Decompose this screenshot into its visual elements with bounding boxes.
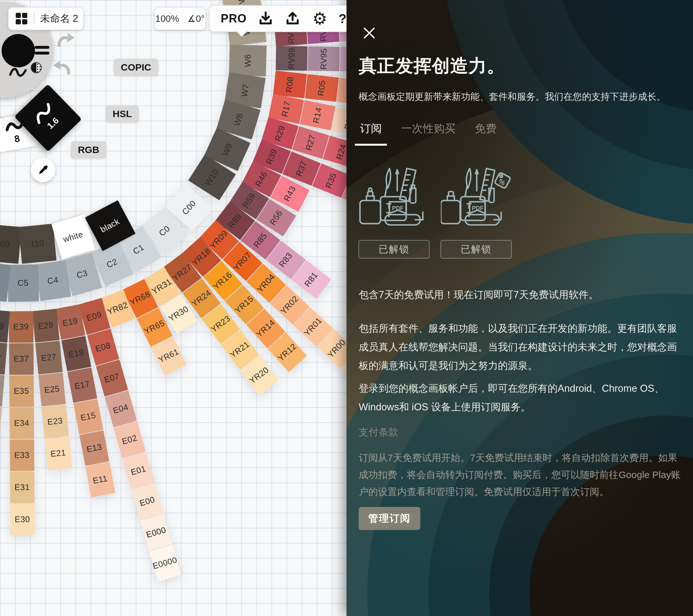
copic-swatch-E0000[interactable]: E0000 xyxy=(149,545,181,582)
copic-swatch-E25[interactable]: E25 xyxy=(39,373,66,406)
copic-swatch-E34[interactable]: E34 xyxy=(9,408,34,439)
copic-swatch-E07[interactable]: E07 xyxy=(96,360,128,397)
settings-gear-icon[interactable]: ⚙ xyxy=(312,10,328,27)
includes-paragraph: 包括所有套件、服务和功能，以及我们正在开发的新功能。更有团队客服成员真人在线帮您… xyxy=(359,319,682,375)
zoom-level[interactable]: 100% xyxy=(155,14,179,24)
copic-swatch-RV99[interactable]: RV99 xyxy=(276,46,308,71)
copic-swatch-E00[interactable]: E00 xyxy=(131,483,163,520)
copic-swatch-R08[interactable]: R08 xyxy=(273,71,307,98)
rotation-angle[interactable]: ∡0° xyxy=(187,13,205,24)
tool-size-label: 8 xyxy=(14,133,21,144)
close-icon[interactable] xyxy=(362,26,377,40)
export-icon[interactable] xyxy=(284,10,301,27)
divider xyxy=(34,12,34,25)
copic-swatch-E37[interactable]: E37 xyxy=(9,343,34,375)
equals-icon[interactable] xyxy=(35,46,50,55)
unlock-card-discount: PDF % 已解锁 xyxy=(441,163,511,259)
payment-terms-heading: 支付条款 xyxy=(359,425,398,439)
copic-swatch-E13[interactable]: E13 xyxy=(80,431,110,466)
zoom-toolbar[interactable]: 100% ∡0° xyxy=(154,7,206,30)
main-toolbar: PRO ⚙ ? xyxy=(209,5,346,32)
art-supplies-discount-icon: PDF % xyxy=(441,163,511,233)
art-supplies-icon: PDF xyxy=(359,163,429,233)
svg-text:PDF: PDF xyxy=(392,205,403,212)
manage-subscription-button[interactable]: 管理订阅 xyxy=(359,507,420,530)
copic-swatch-E29[interactable]: E29 xyxy=(32,309,59,342)
copic-swatch-C5[interactable]: C5 xyxy=(7,264,39,302)
copic-swatch-E30[interactable]: E30 xyxy=(10,504,35,535)
help-button[interactable]: ? xyxy=(339,12,346,26)
copic-swatch-E27[interactable]: E27 xyxy=(35,341,63,374)
copic-swatch-RV95[interactable]: RV95 xyxy=(308,46,339,71)
redo-icon[interactable] xyxy=(55,32,75,49)
tab-one-time-purchase[interactable]: 一次性购买 xyxy=(401,121,456,145)
copic-swatch-E44[interactable]: E44 xyxy=(0,373,4,406)
subscription-dialog: 真正发挥创造力。 概念画板定期更新带来新功能、套件和服务。我们在您的支持下进步成… xyxy=(346,0,693,616)
unlocked-button[interactable]: 已解锁 xyxy=(358,240,430,259)
eyedropper-button[interactable] xyxy=(31,158,55,182)
copic-swatch-R14[interactable]: R14 xyxy=(300,100,335,130)
pro-button[interactable]: PRO xyxy=(221,12,247,25)
copic-swatch-E31[interactable]: E31 xyxy=(10,472,35,503)
copic-swatch-E04[interactable]: E04 xyxy=(105,391,137,428)
active-color-puck[interactable] xyxy=(2,34,35,67)
tab-free[interactable]: 免费 xyxy=(475,121,497,145)
copic-swatch-E49[interactable]: E49 xyxy=(0,309,10,343)
copic-swatch-100[interactable]: 100 xyxy=(0,224,21,264)
copic-swatch-E01[interactable]: E01 xyxy=(122,452,155,489)
stroke-preview-icon xyxy=(9,65,27,81)
payment-terms-body: 订阅从7天免费试用开始。7天免费试用结束时，将自动扣除首次费用。如果成功扣费，将… xyxy=(359,449,682,500)
copic-swatch-E33[interactable]: E33 xyxy=(9,440,34,471)
undo-icon[interactable] xyxy=(53,59,73,77)
import-icon[interactable] xyxy=(257,10,274,27)
copic-swatch-110[interactable]: 110 xyxy=(19,224,57,264)
app-window: 100110whiteblackW4W5W6W7W8W9W10C00C0C1C2… xyxy=(0,0,693,616)
plan-tabs: 订阅 一次性购买 免费 xyxy=(360,121,497,145)
palette-mode-rgb[interactable]: RGB xyxy=(71,141,106,158)
palette-mode-hsl[interactable]: HSL xyxy=(105,105,139,123)
copic-swatch-E21[interactable]: E21 xyxy=(45,437,72,470)
trial-paragraph: 包含7天的免费试用！现在订阅即可7天免费试用软件。 xyxy=(359,285,682,304)
copic-swatch-E23[interactable]: E23 xyxy=(42,404,69,438)
copic-swatch-E18[interactable]: E18 xyxy=(61,336,91,372)
tab-subscribe[interactable]: 订阅 xyxy=(360,121,382,145)
copic-swatch-E000[interactable]: E000 xyxy=(140,514,172,551)
dialog-subtitle: 概念画板定期更新带来新功能、套件和服务。我们在您的支持下进步成长。 xyxy=(359,91,666,103)
document-toolbar: 未命名 2 xyxy=(8,7,84,30)
copic-swatch-E39[interactable]: E39 xyxy=(9,311,34,343)
dialog-title: 真正发挥创造力。 xyxy=(359,54,505,78)
copic-swatch-E35[interactable]: E35 xyxy=(9,375,34,407)
copic-swatch-E02[interactable]: E02 xyxy=(114,421,146,458)
copic-swatch-E43[interactable]: E43 xyxy=(0,405,2,439)
unlock-card-essentials: PDF 已解锁 xyxy=(359,163,429,259)
copic-swatch-W6[interactable]: W6 xyxy=(229,45,266,76)
drawing-canvas[interactable]: 100110whiteblackW4W5W6W7W8W9W10C00C0C1C2… xyxy=(0,0,346,616)
copic-swatch-E17[interactable]: E17 xyxy=(67,367,97,403)
copic-swatch-E15[interactable]: E15 xyxy=(74,399,103,434)
svg-text:PDF: PDF xyxy=(472,205,483,212)
copic-swatch-C4[interactable]: C4 xyxy=(35,260,71,301)
copic-swatch-E47[interactable]: E47 xyxy=(0,341,7,375)
gallery-grid-icon[interactable] xyxy=(16,13,27,24)
palette-mode-copic[interactable]: COPIC xyxy=(114,59,158,76)
copic-swatch-R05[interactable]: R05 xyxy=(305,74,339,102)
devices-paragraph: 登录到您的概念画板帐户后，即可在您所有的Android、Chrome OS、Wi… xyxy=(359,379,682,416)
opacity-blend-icon[interactable] xyxy=(31,62,42,73)
copic-swatch-E11[interactable]: E11 xyxy=(85,462,115,498)
copic-swatch-E08[interactable]: E08 xyxy=(87,329,119,366)
document-title[interactable]: 未命名 2 xyxy=(40,12,78,25)
unlocked-button[interactable]: 已解锁 xyxy=(440,240,512,259)
copic-swatch-RV93[interactable]: RV93 xyxy=(340,47,346,72)
